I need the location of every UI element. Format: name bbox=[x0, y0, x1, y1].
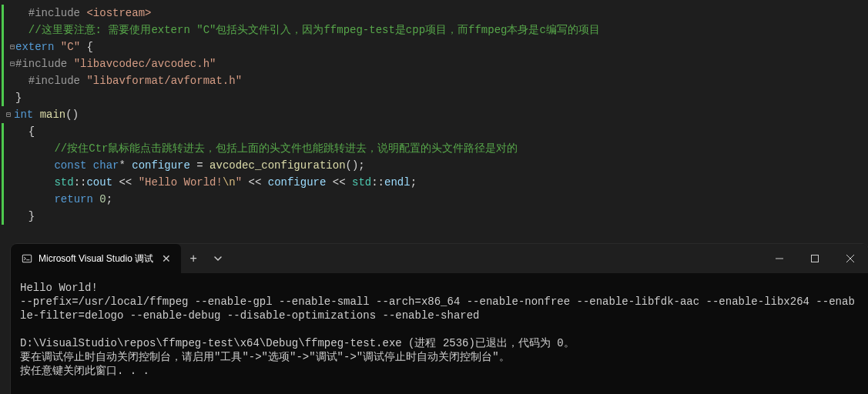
code-line[interactable]: ⊟#include "libavcodec/avcodec.h" bbox=[0, 55, 868, 72]
code-content[interactable]: extern "C" { bbox=[15, 38, 868, 55]
gutter[interactable]: ⊟ bbox=[0, 106, 14, 123]
code-content[interactable]: std::cout << "Hello World!\n" << configu… bbox=[15, 174, 868, 191]
code-line[interactable]: //按住Ctr鼠标能点击跳转进去，包括上面的头文件也能跳转进去，说明配置的头文件… bbox=[0, 140, 868, 157]
gutter[interactable] bbox=[2, 140, 15, 157]
svg-rect-1 bbox=[812, 255, 819, 262]
code-content[interactable]: const char* configure = avcodec_configur… bbox=[15, 157, 868, 174]
window-controls bbox=[762, 244, 868, 273]
fold-toggle-icon[interactable]: ⊟ bbox=[10, 56, 15, 73]
code-line[interactable]: { bbox=[0, 123, 868, 140]
gutter[interactable] bbox=[2, 174, 15, 191]
code-content[interactable]: #include "libavformat/avformat.h" bbox=[15, 72, 868, 89]
gutter[interactable] bbox=[2, 157, 15, 174]
code-line[interactable]: const char* configure = avcodec_configur… bbox=[0, 157, 868, 174]
code-content[interactable]: return 0; bbox=[15, 191, 868, 208]
code-content[interactable]: int main() bbox=[14, 106, 868, 123]
code-content[interactable]: { bbox=[15, 123, 868, 140]
minimize-button[interactable] bbox=[762, 244, 797, 273]
gutter[interactable] bbox=[2, 72, 15, 89]
gutter[interactable] bbox=[2, 22, 15, 38]
new-tab-button[interactable]: + bbox=[181, 244, 206, 273]
gutter[interactable] bbox=[2, 89, 15, 106]
code-content[interactable]: #include "libavcodec/avcodec.h" bbox=[15, 55, 868, 72]
maximize-button[interactable] bbox=[797, 244, 833, 273]
gutter[interactable] bbox=[2, 208, 15, 225]
terminal-icon bbox=[22, 253, 32, 264]
code-line[interactable]: } bbox=[0, 208, 868, 225]
terminal-window: Microsoft Visual Studio 调试 ✕ + Hello Wor… bbox=[11, 244, 868, 394]
code-line[interactable]: std::cout << "Hello World!\n" << configu… bbox=[0, 174, 868, 191]
terminal-tab-title: Microsoft Visual Studio 调试 bbox=[39, 252, 153, 265]
code-content[interactable]: //按住Ctr鼠标能点击跳转进去，包括上面的头文件也能跳转进去，说明配置的头文件… bbox=[15, 140, 868, 157]
code-editor[interactable]: #include <iostream> //这里要注意: 需要使用extern … bbox=[0, 0, 868, 232]
gutter[interactable]: ⊟ bbox=[2, 38, 15, 55]
code-line[interactable]: return 0; bbox=[0, 191, 868, 208]
code-content[interactable]: //这里要注意: 需要使用extern "C"包括头文件引入，因为ffmpeg-… bbox=[15, 22, 868, 38]
terminal-output[interactable]: Hello World! --prefix=/usr/local/ffmpeg … bbox=[11, 273, 868, 386]
fold-toggle-icon[interactable]: ⊟ bbox=[6, 107, 11, 124]
terminal-titlebar: Microsoft Visual Studio 调试 ✕ + bbox=[11, 244, 868, 273]
svg-rect-0 bbox=[22, 255, 31, 262]
gutter[interactable] bbox=[2, 191, 15, 208]
code-content[interactable]: } bbox=[15, 89, 868, 106]
gutter[interactable] bbox=[2, 123, 15, 140]
code-line[interactable]: #include <iostream> bbox=[0, 5, 868, 22]
code-line[interactable]: } bbox=[0, 89, 868, 106]
close-button[interactable] bbox=[833, 244, 868, 273]
code-content[interactable]: #include <iostream> bbox=[15, 5, 868, 22]
code-line[interactable]: //这里要注意: 需要使用extern "C"包括头文件引入，因为ffmpeg-… bbox=[0, 22, 868, 38]
code-content[interactable]: } bbox=[15, 208, 868, 225]
code-line[interactable]: ⊟int main() bbox=[0, 106, 868, 123]
tab-dropdown-button[interactable] bbox=[206, 244, 230, 273]
terminal-tab[interactable]: Microsoft Visual Studio 调试 ✕ bbox=[11, 244, 181, 273]
gutter[interactable]: ⊟ bbox=[2, 55, 15, 72]
gutter[interactable] bbox=[2, 5, 15, 22]
code-line[interactable]: #include "libavformat/avformat.h" bbox=[0, 72, 868, 89]
fold-toggle-icon[interactable]: ⊟ bbox=[10, 39, 15, 56]
tab-close-button[interactable]: ✕ bbox=[159, 252, 173, 265]
code-line[interactable]: ⊟extern "C" { bbox=[0, 38, 868, 55]
